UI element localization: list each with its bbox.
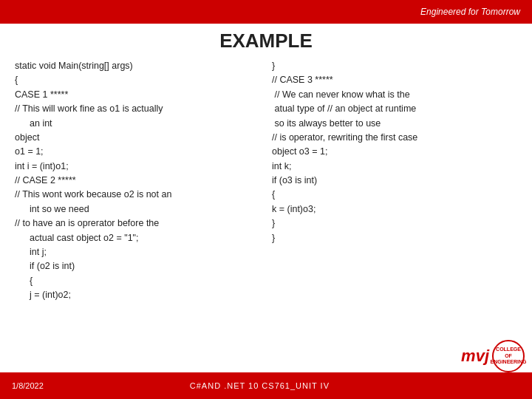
code-line: } — [272, 231, 517, 245]
banner-text: Engineered for Tomorrow — [420, 7, 520, 17]
footer-date: 1/8/2022 — [12, 381, 44, 390]
code-line: // CASE 3 ***** — [272, 73, 517, 87]
code-line: actual cast object o2 = "1"; — [15, 231, 260, 245]
logo-badge-line3: ENGINEERING — [491, 359, 527, 365]
code-line: int i = (int)o1; — [15, 160, 260, 174]
code-line: CASE 1 ***** — [15, 88, 260, 102]
code-line: j = (int)o2; — [15, 288, 260, 302]
code-line: // CASE 2 ***** — [15, 174, 260, 188]
logo-badge: COLLEGE OF ENGINEERING — [492, 340, 525, 372]
code-line: } — [272, 216, 517, 231]
bottom-bar: 1/8/2022 C#AND .NET 10 CS761_UNIT IV — [0, 372, 532, 399]
code-line: static void Main(string[] args) — [15, 59, 260, 73]
code-line: if (o2 is int) — [15, 259, 260, 273]
code-line: // We can never know what is the — [272, 88, 517, 102]
code-line: { — [272, 188, 517, 202]
footer-course: C#AND .NET 10 CS761_UNIT IV — [190, 381, 330, 390]
code-line: int j; — [15, 245, 260, 259]
code-line: { — [15, 274, 260, 288]
code-line: // is operator, rewriting the first case — [272, 131, 517, 145]
code-line: an int — [15, 117, 260, 131]
code-line: atual type of // an object at runtime — [272, 102, 517, 116]
code-line: o1 = 1; — [15, 145, 260, 159]
left-code-column: static void Main(string[] args) { CASE 1… — [15, 59, 260, 346]
logo-badge-line2: OF — [505, 353, 512, 359]
code-line: int so we need — [15, 202, 260, 216]
code-line: // to have an is oprerator before the — [15, 216, 260, 231]
logo-text: mvj — [461, 347, 489, 366]
logo-area: mvj COLLEGE OF ENGINEERING — [461, 340, 525, 372]
code-line: // This wont work because o2 is not an — [15, 188, 260, 202]
code-line: object — [15, 131, 260, 145]
code-line: so its always better to use — [272, 117, 517, 131]
code-line: k = (int)o3; — [272, 202, 517, 216]
content-area: static void Main(string[] args) { CASE 1… — [15, 59, 517, 346]
code-line: if (o3 is int) — [272, 174, 517, 188]
page-title: EXAMPLE — [0, 30, 532, 52]
top-banner: Engineered for Tomorrow — [0, 0, 532, 24]
right-code-column: } // CASE 3 ***** // We can never know w… — [272, 59, 517, 346]
code-line: object o3 = 1; — [272, 145, 517, 159]
code-line: { — [15, 73, 260, 87]
code-line: } — [272, 59, 517, 73]
code-line: // This will work fine as o1 is actually — [15, 102, 260, 116]
code-line: int k; — [272, 160, 517, 174]
logo-badge-line1: COLLEGE — [496, 347, 521, 352]
